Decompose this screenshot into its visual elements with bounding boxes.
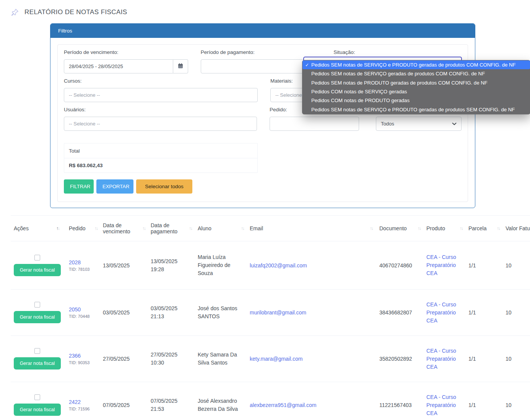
- pedido-link[interactable]: 2422: [69, 399, 81, 405]
- valor-cell: 10: [504, 382, 530, 420]
- documento-cell: 35820502892: [377, 336, 424, 382]
- exportar-button[interactable]: EXPORTAR: [96, 179, 133, 194]
- row-checkbox[interactable]: [34, 348, 40, 354]
- col-acoes: Ações: [14, 225, 29, 231]
- pagamento-cell: 13/05/2025 19:28: [149, 241, 196, 290]
- results-table: Ações↑↓ Pedido↑↓ Data de vencimento↑↓ Da…: [11, 215, 530, 420]
- tid-label: TID: 78103: [69, 267, 101, 272]
- parcela-cell: 1/1: [467, 336, 504, 382]
- usuarios-label: Usuários:: [64, 107, 257, 114]
- dropdown-option[interactable]: Pedidos COM notas de PRODUTO geradas: [302, 96, 530, 105]
- col-documento: Documento: [379, 225, 407, 231]
- vencimento-cell: 27/05/2025: [101, 336, 149, 382]
- sort-icon[interactable]: ↑↓: [95, 226, 98, 231]
- pedido-link[interactable]: 2050: [69, 306, 81, 313]
- pedido-input[interactable]: [270, 117, 359, 131]
- documento-cell: 11221567403: [377, 382, 424, 420]
- email-link[interactable]: luizafq2002@gmail.com: [250, 262, 307, 269]
- periodo-vencimento-label: Período de vencimento:: [64, 49, 188, 57]
- vencimento-cell: 03/05/2025: [101, 290, 149, 336]
- produto-link[interactable]: CEA - Curso Preparatório CEA: [426, 394, 456, 416]
- situacao-label: Situação:: [333, 49, 462, 57]
- produto-link[interactable]: CEA - Curso Preparatório CEA: [426, 301, 456, 324]
- table-row: Gerar nota fiscal 2422 TID: 71596 07/05/…: [11, 382, 530, 420]
- filters-card-header: Filtros: [50, 24, 475, 38]
- row-checkbox[interactable]: [34, 302, 40, 308]
- sort-icon[interactable]: ↑↓: [189, 226, 192, 231]
- documento-cell: 38436682807: [377, 290, 424, 336]
- status-select[interactable]: Todos: [376, 117, 462, 131]
- pagamento-cell: 27/05/2025 10:30: [149, 336, 196, 382]
- valor-cell: 10: [504, 336, 530, 382]
- vencimento-cell: 13/05/2025: [101, 241, 149, 290]
- gerar-nota-fiscal-button[interactable]: Gerar nota fiscal: [14, 404, 61, 416]
- total-value: R$ 683.062,43: [64, 158, 257, 173]
- filters-card: Filtros Período de vencimento: 28/04/202…: [50, 23, 475, 208]
- parcela-cell: 1/1: [467, 382, 504, 420]
- sort-icon[interactable]: ↑↓: [460, 226, 463, 231]
- col-email: Email: [250, 225, 263, 231]
- row-checkbox[interactable]: [34, 394, 40, 400]
- dropdown-option[interactable]: Pedidos SEM notas de SERVIÇO geradas de …: [302, 69, 530, 78]
- produto-link[interactable]: CEA - Curso Preparatório CEA: [426, 254, 456, 276]
- valor-cell: 10: [504, 241, 530, 290]
- table-row: Gerar nota fiscal 2028 TID: 78103 13/05/…: [11, 241, 530, 290]
- situacao-dropdown-menu: Pedidos SEM notas de SERVIÇO e PRODUTO g…: [302, 60, 530, 114]
- pagamento-cell: 07/05/2025 21:53: [149, 382, 196, 420]
- pagamento-cell: 03/05/2025 21:13: [149, 290, 196, 336]
- aluno-cell: José Alexsandro Bezerra Da Silva: [196, 382, 248, 420]
- calendar-button[interactable]: [173, 59, 188, 73]
- table-row: Gerar nota fiscal 2050 TID: 70448 03/05/…: [11, 290, 530, 336]
- documento-cell: 40670274860: [377, 241, 424, 290]
- aluno-cell: Maria Luíza Figueiredo de Souza: [196, 241, 248, 290]
- col-vencimento: Data de vencimento: [103, 222, 143, 234]
- row-checkbox[interactable]: [34, 255, 40, 260]
- gerar-nota-fiscal-button[interactable]: Gerar nota fiscal: [14, 264, 61, 276]
- dropdown-option[interactable]: Pedidos COM notas de SERVIÇO geradas: [302, 87, 530, 96]
- aluno-cell: Kety Samara Da Silva Santos: [196, 336, 248, 382]
- email-link[interactable]: murilobrant@gmail.com: [250, 309, 306, 316]
- valor-cell: 10: [504, 290, 530, 336]
- sort-icon[interactable]: ↑↓: [241, 226, 244, 231]
- calendar-icon: [177, 63, 184, 70]
- col-valor: Valor Faturado: [506, 225, 530, 231]
- page-title: RELATÓRIO DE NOTAS FISCAIS: [24, 8, 127, 16]
- dropdown-option[interactable]: Pedidos SEM notas de PRODUTO geradas de …: [302, 78, 530, 87]
- dropdown-option[interactable]: Pedidos SEM notas de SERVIÇO e PRODUTO g…: [302, 105, 530, 114]
- aluno-cell: José dos Santos SANTOS: [196, 290, 248, 336]
- email-link[interactable]: kety.mara@gmail.com: [250, 356, 302, 362]
- periodo-vencimento-input[interactable]: 28/04/2025 - 28/05/2025: [64, 59, 173, 73]
- sort-icon[interactable]: ↑↓: [143, 226, 146, 231]
- periodo-pagamento-label: Período de pagamento:: [201, 49, 331, 57]
- page-header: RELATÓRIO DE NOTAS FISCAIS: [0, 0, 530, 20]
- check-icon: [305, 62, 309, 68]
- dropdown-option-selected[interactable]: Pedidos SEM notas de SERVIÇO e PRODUTO g…: [302, 60, 530, 69]
- col-produto: Produto: [426, 225, 445, 231]
- sort-icon[interactable]: ↑↓: [370, 226, 373, 231]
- table-row: Gerar nota fiscal 2366 TID: 90353 27/05/…: [11, 336, 530, 382]
- sort-icon[interactable]: ↑↓: [57, 226, 60, 231]
- sort-icon[interactable]: ↑↓: [497, 226, 500, 231]
- email-link[interactable]: alexbezerra951@gmail.com: [250, 402, 317, 408]
- tid-label: TID: 71596: [69, 407, 101, 411]
- tid-label: TID: 70448: [69, 314, 101, 319]
- filtrar-button[interactable]: FILTRAR: [64, 179, 94, 194]
- col-pagamento: Data de pagamento: [151, 222, 189, 234]
- vencimento-cell: 07/05/2025: [101, 382, 149, 420]
- pedido-link[interactable]: 2366: [69, 353, 81, 359]
- pedido-link[interactable]: 2028: [69, 259, 81, 265]
- selecionar-todos-button[interactable]: Selecionar todos: [136, 179, 192, 194]
- col-parcela: Parcela: [468, 225, 486, 231]
- gerar-nota-fiscal-button[interactable]: Gerar nota fiscal: [14, 311, 61, 323]
- produto-link[interactable]: CEA - Curso Preparatório CEA: [426, 348, 456, 370]
- sort-icon[interactable]: ↑↓: [418, 226, 421, 231]
- gerar-nota-fiscal-button[interactable]: Gerar nota fiscal: [14, 357, 61, 370]
- cursos-label: Cursos:: [64, 78, 258, 86]
- col-pedido: Pedido: [69, 225, 86, 231]
- usuarios-input[interactable]: -- Selecione --: [64, 117, 257, 131]
- col-aluno: Aluno: [198, 225, 211, 231]
- total-box: Total R$ 683.062,43: [64, 143, 258, 173]
- chevron-down-icon: [452, 121, 457, 127]
- pin-icon: [11, 8, 19, 16]
- cursos-input[interactable]: -- Selecione --: [64, 88, 258, 102]
